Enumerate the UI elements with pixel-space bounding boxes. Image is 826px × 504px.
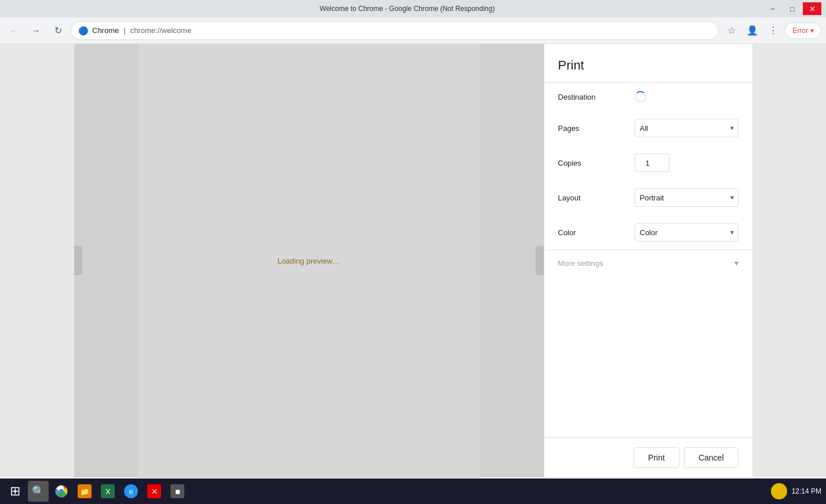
taskbar-sys-notification[interactable] — [771, 483, 787, 499]
taskbar-app-icon[interactable]: ◼ — [167, 481, 188, 502]
browser-toolbar: ← → ↻ 🔵 Chrome | chrome://welcome ☆ 👤 ⋮ … — [0, 17, 826, 44]
reload-button[interactable]: ↻ — [49, 21, 67, 40]
copies-control — [635, 154, 738, 172]
address-separator: | — [123, 26, 125, 35]
print-button[interactable]: Print — [634, 447, 679, 468]
taskbar-excel-icon[interactable]: X — [97, 481, 118, 502]
taskbar-file-icon[interactable]: 📁 — [74, 481, 95, 502]
scroll-left-handle[interactable] — [74, 246, 82, 275]
close-button[interactable]: ✕ — [803, 2, 821, 15]
layout-label: Layout — [558, 193, 628, 202]
cancel-button[interactable]: Cancel — [684, 447, 738, 468]
title-bar-text: Welcome to Chrome - Google Chrome (Not R… — [51, 5, 763, 13]
print-panel: Print Destination Pages All Custom ▾ Cop… — [544, 44, 752, 477]
site-name: Chrome — [92, 26, 119, 35]
toolbar-icons: ☆ 👤 ⋮ Error ▾ — [722, 21, 821, 40]
pages-field: Pages All Custom ▾ — [544, 111, 752, 145]
color-field: Color Color Black and white ▾ — [544, 215, 752, 250]
extensions-button[interactable]: ⋮ — [764, 21, 783, 40]
taskbar: ⊞ 🔍 📁 X e ✕ ◼ 12:14 P — [0, 479, 826, 504]
pages-label: Pages — [558, 124, 628, 133]
taskbar-close-icon[interactable]: ✕ — [144, 481, 165, 502]
back-button[interactable]: ← — [5, 21, 23, 40]
color-control: Color Black and white ▾ — [635, 223, 738, 242]
color-select[interactable]: Color Black and white — [635, 223, 738, 242]
address-url: chrome://welcome — [130, 26, 712, 35]
error-chevron-icon: ▾ — [810, 27, 814, 35]
bookmark-button[interactable]: ☆ — [722, 21, 741, 40]
print-title: Print — [544, 44, 752, 82]
more-settings-label: More settings — [558, 259, 603, 268]
destination-label: Destination — [558, 93, 628, 101]
destination-field: Destination — [544, 83, 752, 111]
color-label: Color — [558, 228, 628, 237]
title-bar-controls: − □ ✕ — [763, 2, 821, 15]
layout-select[interactable]: Portrait Landscape — [635, 188, 738, 207]
layout-control: Portrait Landscape ▾ — [635, 188, 738, 207]
forward-button[interactable]: → — [27, 21, 45, 40]
main-content: Loading preview… Print Destination Pages… — [0, 44, 826, 477]
site-favicon: 🔵 — [78, 26, 88, 35]
address-bar[interactable]: 🔵 Chrome | chrome://welcome — [71, 21, 719, 40]
error-button[interactable]: Error ▾ — [785, 23, 821, 39]
error-label: Error — [792, 27, 808, 35]
print-actions: Print Cancel — [544, 437, 752, 477]
profile-button[interactable]: 👤 — [743, 21, 762, 40]
taskbar-time: 12:14 PM — [792, 487, 821, 495]
copies-field: Copies — [544, 145, 752, 180]
start-button[interactable]: ⊞ — [5, 481, 26, 502]
taskbar-right: 12:14 PM — [771, 483, 821, 499]
destination-control — [635, 91, 738, 103]
more-settings-chevron-icon: ▾ — [734, 258, 738, 268]
title-bar: Welcome to Chrome - Google Chrome (Not R… — [0, 0, 826, 17]
scroll-right-handle[interactable] — [536, 246, 544, 275]
preview-area: Loading preview… — [74, 44, 544, 477]
taskbar-left: ⊞ 🔍 📁 X e ✕ ◼ — [5, 481, 188, 502]
pages-select[interactable]: All Custom — [635, 119, 738, 137]
taskbar-ie-icon[interactable]: e — [121, 481, 141, 502]
destination-spinner — [635, 91, 646, 103]
preview-paper: Loading preview… — [138, 43, 480, 478]
taskbar-search-icon[interactable]: 🔍 — [28, 481, 49, 502]
minimize-button[interactable]: − — [763, 2, 782, 15]
pages-control: All Custom ▾ — [635, 119, 738, 137]
loading-preview-text: Loading preview… — [278, 257, 340, 265]
more-settings-row[interactable]: More settings ▾ — [544, 250, 752, 276]
copies-input[interactable] — [635, 154, 669, 172]
copies-label: Copies — [558, 159, 628, 167]
panel-spacer — [544, 276, 752, 437]
taskbar-chrome-icon[interactable] — [51, 481, 72, 502]
layout-field: Layout Portrait Landscape ▾ — [544, 180, 752, 215]
maximize-button[interactable]: □ — [783, 2, 802, 15]
